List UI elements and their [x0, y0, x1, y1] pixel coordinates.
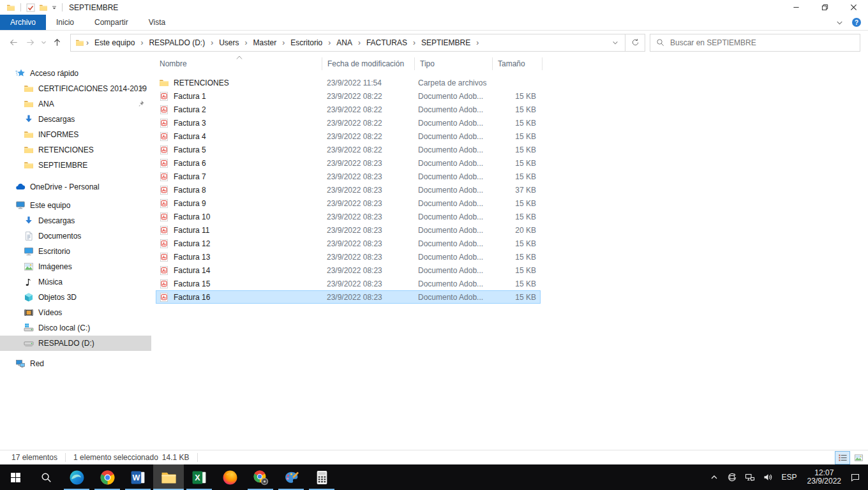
column-header[interactable]: Tipo: [415, 57, 493, 70]
network-icon[interactable]: [741, 464, 759, 490]
sidebar-item[interactable]: Acceso rápido: [0, 66, 151, 81]
recent-locations-dropdown[interactable]: [38, 34, 49, 51]
volume-icon[interactable]: [759, 464, 777, 490]
folder-icon: [24, 130, 34, 140]
file-row[interactable]: Factura 6 23/9/2022 08:23 Documento Adob…: [156, 156, 541, 170]
file-row[interactable]: Factura 3 23/9/2022 08:22 Documento Adob…: [156, 116, 541, 130]
sidebar-item[interactable]: Escritorio: [0, 244, 151, 259]
taskbar-app-button[interactable]: W: [123, 464, 153, 490]
taskbar-app-button[interactable]: X: [184, 464, 214, 490]
taskbar-app-button[interactable]: [92, 464, 123, 490]
file-row[interactable]: RETENCIONES 23/9/2022 11:54 Carpeta de a…: [156, 76, 541, 89]
breadcrumb-item[interactable]: FACTURAS: [363, 34, 411, 51]
breadcrumb-item[interactable]: Master: [250, 34, 281, 51]
clock[interactable]: 12:07 23/9/2022: [802, 469, 846, 486]
sidebar-item[interactable]: Vídeos: [0, 305, 151, 320]
taskbar-app-button[interactable]: [61, 464, 92, 490]
minimize-button[interactable]: [782, 0, 811, 15]
ribbon-tab[interactable]: Archivo: [0, 15, 46, 30]
taskbar-app-button[interactable]: [153, 464, 184, 490]
details-view-button[interactable]: [835, 451, 850, 464]
sidebar-item[interactable]: Objetos 3D: [0, 290, 151, 305]
breadcrumb-item[interactable]: SEPTIEMBRE: [417, 34, 474, 51]
close-button[interactable]: [839, 0, 868, 15]
sidebar-item[interactable]: Este equipo: [0, 198, 151, 213]
sidebar-item[interactable]: SEPTIEMBRE: [0, 158, 151, 173]
taskbar-app-button[interactable]: [276, 464, 306, 490]
ribbon-tab[interactable]: Vista: [138, 15, 176, 30]
previous-locations-dropdown[interactable]: [606, 34, 625, 51]
back-button[interactable]: [5, 34, 22, 51]
file-row[interactable]: Factura 4 23/9/2022 08:22 Documento Adob…: [156, 130, 541, 143]
file-row[interactable]: Factura 15 23/9/2022 08:23 Documento Ado…: [156, 277, 541, 290]
sidebar-item[interactable]: Red: [0, 356, 151, 371]
file-row[interactable]: Factura 2 23/9/2022 08:22 Documento Adob…: [156, 103, 541, 116]
breadcrumb-entry: ANA›: [333, 34, 363, 51]
file-date: 23/9/2022 08:22: [324, 119, 415, 128]
thumbnails-view-button[interactable]: [851, 451, 866, 464]
pdf-icon: [159, 252, 169, 262]
forward-button[interactable]: [22, 34, 38, 51]
sidebar-item[interactable]: Disco local (C:): [0, 320, 151, 336]
breadcrumb-item[interactable]: Users: [215, 34, 243, 51]
start-button[interactable]: [0, 464, 31, 490]
ribbon-tab[interactable]: Inicio: [46, 15, 84, 30]
sort-ascending-icon[interactable]: [236, 55, 243, 60]
restore-button[interactable]: [811, 0, 839, 15]
file-row[interactable]: Factura 1 23/9/2022 08:22 Documento Adob…: [156, 89, 541, 103]
breadcrumb-item[interactable]: RESPALDO (D:): [145, 34, 209, 51]
statusbar-separator: [197, 453, 198, 462]
column-header[interactable]: Tamaño: [493, 57, 542, 70]
breadcrumb-item[interactable]: Este equipo: [91, 34, 138, 51]
taskbar-app-button[interactable]: [306, 464, 337, 490]
address-bar[interactable]: › Este equipo›RESPALDO (D:)›Users›Master…: [70, 34, 625, 52]
file-row[interactable]: Factura 13 23/9/2022 08:23 Documento Ado…: [156, 250, 541, 264]
file-name: Factura 13: [174, 253, 210, 262]
pin-icon: [137, 84, 146, 93]
language-indicator[interactable]: ESP: [777, 473, 802, 482]
refresh-button[interactable]: [625, 34, 645, 52]
breadcrumb-item[interactable]: Escritorio: [287, 34, 326, 51]
file-row[interactable]: Factura 5 23/9/2022 08:22 Documento Adob…: [156, 143, 541, 156]
downloads-icon: [24, 114, 34, 124]
file-row[interactable]: Factura 14 23/9/2022 08:23 Documento Ado…: [156, 264, 541, 277]
status-bar: 17 elementos 1 elemento seleccionado 14.…: [0, 450, 868, 464]
ribbon-tab[interactable]: Compartir: [84, 15, 138, 30]
sidebar-item[interactable]: CERTIFICACIONES 2014-2019: [0, 81, 151, 96]
file-row[interactable]: Factura 9 23/9/2022 08:23 Documento Adob…: [156, 197, 541, 210]
sidebar-item[interactable]: Descargas: [0, 213, 151, 228]
qat-new-folder-button[interactable]: [37, 1, 50, 14]
up-button[interactable]: [49, 34, 65, 51]
file-date: 23/9/2022 08:23: [324, 186, 415, 195]
sidebar-item[interactable]: RETENCIONES: [0, 142, 151, 158]
sidebar-item[interactable]: Descargas: [0, 112, 151, 127]
hidden-icons-chevron[interactable]: [705, 464, 723, 490]
file-row[interactable]: Factura 12 23/9/2022 08:23 Documento Ado…: [156, 237, 541, 250]
display-sync-icon[interactable]: [723, 464, 741, 490]
sidebar-item[interactable]: ANA: [0, 96, 151, 112]
sidebar-item[interactable]: Imágenes: [0, 259, 151, 274]
help-button[interactable]: ?: [851, 17, 862, 27]
file-row[interactable]: Factura 8 23/9/2022 08:23 Documento Adob…: [156, 183, 541, 197]
file-row[interactable]: Factura 16 23/9/2022 08:23 Documento Ado…: [156, 290, 541, 304]
file-name-cell: Factura 15: [156, 279, 324, 289]
search-input[interactable]: [670, 38, 854, 47]
taskbar-app-button[interactable]: [214, 464, 245, 490]
column-header[interactable]: Fecha de modificación: [322, 57, 415, 70]
qat-properties-button[interactable]: [24, 1, 37, 14]
file-date: 23/9/2022 08:23: [324, 212, 415, 221]
sidebar-item[interactable]: INFORMES: [0, 127, 151, 142]
breadcrumb-item[interactable]: ANA: [333, 34, 356, 51]
taskbar-search-button[interactable]: [31, 464, 61, 490]
notification-center-icon[interactable]: [846, 464, 864, 490]
file-row[interactable]: Factura 7 23/9/2022 08:23 Documento Adob…: [156, 170, 541, 183]
file-row[interactable]: Factura 11 23/9/2022 08:23 Documento Ado…: [156, 223, 541, 237]
qat-customize-dropdown[interactable]: [50, 1, 59, 14]
sidebar-item[interactable]: Música: [0, 274, 151, 290]
file-row[interactable]: Factura 10 23/9/2022 08:23 Documento Ado…: [156, 210, 541, 223]
sidebar-item[interactable]: OneDrive - Personal: [0, 179, 151, 195]
ribbon-collapse-button[interactable]: [835, 19, 844, 27]
sidebar-item[interactable]: RESPALDO (D:): [0, 336, 151, 351]
taskbar-app-button[interactable]: [245, 464, 276, 490]
sidebar-item[interactable]: Documentos: [0, 228, 151, 244]
